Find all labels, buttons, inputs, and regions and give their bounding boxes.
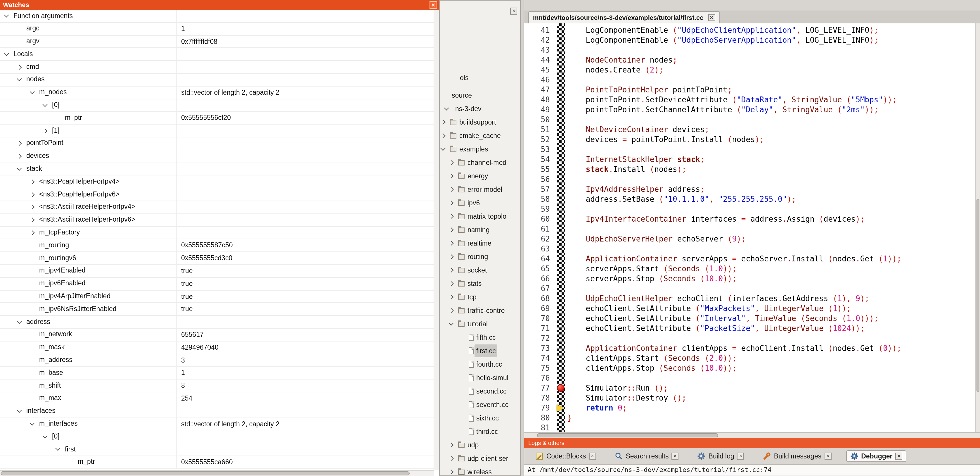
breakpoint-margin-cell[interactable] (556, 75, 568, 85)
code-line[interactable]: 48 pointToPoint.SetDeviceAttribute ("Dat… (524, 95, 974, 105)
watch-row[interactable]: m_mask4294967040 (0, 341, 434, 354)
code-line[interactable]: 46 (524, 75, 974, 85)
tree-item[interactable]: tutorial (440, 318, 520, 331)
code-line[interactable]: 73 ApplicationContainer clientApps = ech… (524, 343, 974, 353)
scrollbar-thumb[interactable] (537, 433, 718, 438)
collapse-icon[interactable] (43, 102, 48, 107)
tree-item[interactable]: socket (440, 264, 520, 276)
code-line[interactable]: 42 LogComponentEnable ("UdpEchoServerApp… (524, 35, 974, 45)
watches-vertical-scrollbar[interactable] (434, 10, 439, 470)
breakpoint-margin-cell[interactable] (556, 373, 568, 383)
collapse-icon[interactable] (43, 433, 48, 438)
code-line[interactable]: 52 devices = pointToPoint.Install (nodes… (524, 134, 974, 144)
expand-icon[interactable] (441, 120, 445, 125)
tree-item[interactable]: wireless (440, 465, 520, 475)
watch-row[interactable]: [0] (0, 99, 434, 112)
breakpoint-margin-cell[interactable] (556, 184, 568, 194)
expand-icon[interactable] (30, 217, 35, 222)
breakpoint-margin-cell[interactable] (556, 144, 568, 154)
watch-row[interactable]: [1] (0, 125, 434, 137)
breakpoint-margin-cell[interactable] (556, 204, 568, 214)
watches-titlebar[interactable]: Watches × (0, 0, 439, 10)
expand-icon[interactable] (17, 154, 22, 159)
collapse-icon[interactable] (449, 321, 454, 326)
watch-row[interactable]: m_routing0x555555587c50 (0, 240, 434, 252)
code-line[interactable]: 45 nodes.Create (2); (524, 65, 974, 75)
watch-row[interactable]: <ns3::PcapHelperForIpv6> (0, 188, 434, 201)
breakpoint-margin-cell[interactable] (556, 194, 568, 204)
tree-item[interactable]: fifth.cc (440, 331, 520, 344)
expand-icon[interactable] (449, 308, 454, 313)
breakpoint-margin-cell[interactable] (556, 95, 568, 105)
watch-row[interactable]: Function arguments (0, 10, 434, 23)
watch-row[interactable]: <ns3::AsciiTraceHelperForIpv4> (0, 201, 434, 214)
expand-icon[interactable] (449, 187, 454, 192)
expand-icon[interactable] (449, 456, 454, 461)
tree-item[interactable]: energy (440, 169, 520, 182)
tree-item[interactable]: fourth.cc (440, 358, 520, 371)
breakpoint-margin-cell[interactable] (556, 393, 568, 403)
expand-icon[interactable] (449, 470, 454, 474)
watch-row[interactable]: [0] (0, 431, 434, 444)
code-line[interactable]: 62 UdpEchoServerHelper echoServer (9); (524, 234, 974, 244)
code-line[interactable]: 79 return 0; (524, 403, 974, 413)
breakpoint-margin-cell[interactable] (556, 134, 568, 144)
collapse-icon[interactable] (17, 319, 22, 324)
watch-row[interactable]: address (0, 316, 434, 329)
expand-icon[interactable] (43, 128, 48, 133)
code-line[interactable]: 49 pointToPoint.SetChannelAttribute ("De… (524, 105, 974, 115)
watch-row[interactable]: m_ipv6NsRsJitterEnabledtrue (0, 303, 434, 316)
watches-horizontal-scrollbar[interactable] (0, 470, 434, 476)
expand-icon[interactable] (30, 230, 35, 235)
breakpoint-margin-cell[interactable] (556, 294, 568, 303)
tree-item[interactable]: buildsupport (440, 116, 520, 129)
expand-icon[interactable] (17, 65, 22, 70)
code-line[interactable]: 47 PointToPointHelper pointToPoint; (524, 85, 974, 95)
expand-icon[interactable] (449, 174, 454, 179)
logs-tab-search-results[interactable]: Search results× (611, 450, 683, 462)
breakpoint-margin-cell[interactable] (556, 244, 568, 254)
watch-row[interactable]: m_nodesstd::vector of length 2, capacity… (0, 86, 434, 99)
logs-tab-debugger[interactable]: Debugger× (846, 450, 906, 462)
watch-row[interactable]: cmd (0, 61, 434, 73)
watch-row[interactable]: m_interfacesstd::vector of length 2, cap… (0, 418, 434, 431)
expand-icon[interactable] (30, 204, 35, 210)
watch-row[interactable]: Locals (0, 48, 434, 61)
watch-row[interactable]: m_ipv4ArpJitterEnabledtrue (0, 290, 434, 303)
breakpoint-margin-cell[interactable] (556, 115, 568, 125)
close-icon[interactable]: × (896, 453, 902, 460)
breakpoint-margin-cell[interactable] (556, 234, 568, 244)
watch-row[interactable]: m_tcpFactory (0, 227, 434, 240)
collapse-icon[interactable] (444, 105, 449, 110)
code-line[interactable]: 63 (524, 244, 974, 254)
expand-icon[interactable] (17, 141, 22, 146)
logs-tab-code-blocks[interactable]: Code::Blocks× (531, 450, 600, 462)
watch-row[interactable]: devices (0, 150, 434, 163)
code-line[interactable]: 67 (524, 284, 974, 294)
breakpoint-margin-cell[interactable] (556, 274, 568, 284)
expand-icon[interactable] (449, 241, 454, 246)
watch-row[interactable]: m_address3 (0, 354, 434, 367)
breakpoint-margin-cell[interactable] (556, 165, 568, 174)
code-line[interactable]: 59 (524, 204, 974, 214)
watch-row[interactable]: <ns3::PcapHelperForIpv4> (0, 176, 434, 188)
watch-row[interactable]: m_max254 (0, 392, 434, 405)
close-icon[interactable]: × (589, 453, 596, 460)
tree-item[interactable]: ipv6 (440, 196, 520, 209)
code-line[interactable]: 68 UdpEchoClientHelper echoClient (inter… (524, 294, 974, 303)
expand-icon[interactable] (449, 214, 454, 219)
breakpoint-margin-cell[interactable] (556, 55, 568, 65)
tree-item[interactable]: second.cc (440, 385, 520, 398)
watch-row[interactable]: argv0x7fffffffdf08 (0, 35, 434, 48)
tree-item[interactable]: udp (440, 439, 520, 452)
tree-item[interactable]: traffic-contro (440, 304, 520, 317)
tree-item[interactable]: third.cc (440, 425, 520, 438)
collapse-icon[interactable] (56, 446, 60, 451)
collapse-icon[interactable] (17, 166, 22, 171)
code-line[interactable]: 76 (524, 373, 974, 383)
code-line[interactable]: 75 clientApps.Stop (Seconds (10.0)); (524, 363, 974, 373)
code-line[interactable]: 66 serverApps.Stop (Seconds (10.0)); (524, 274, 974, 284)
code-line[interactable]: 71 echoClient.SetAttribute ("PacketSize"… (524, 323, 974, 333)
expand-icon[interactable] (449, 201, 454, 206)
code-line[interactable]: 50 (524, 115, 974, 125)
